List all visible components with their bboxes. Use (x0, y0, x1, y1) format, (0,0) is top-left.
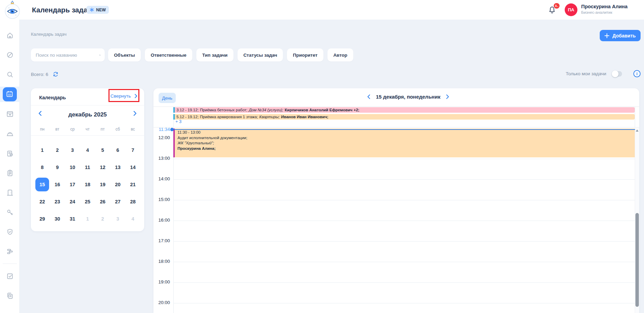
breadcrumb: Календарь задач (31, 32, 67, 37)
hour-gridline (173, 200, 635, 200)
refresh-icon[interactable] (53, 71, 59, 77)
filter-button-1[interactable]: Ответственные (145, 48, 192, 62)
date-cell[interactable]: 13 (111, 160, 125, 174)
date-cell[interactable]: 27 (111, 195, 125, 209)
show-more-events-link[interactable]: + 3 (175, 119, 182, 124)
sidebar-item-inspections[interactable] (3, 146, 17, 160)
sidebar-item-security[interactable] (3, 225, 17, 239)
prev-day-button[interactable] (367, 94, 370, 99)
collapse-button[interactable]: Свернуть (111, 93, 137, 99)
new-badge: NEW (87, 6, 109, 14)
app-root: { "header": { "title": "Календарь задач"… (0, 0, 644, 313)
info-icon[interactable]: i (633, 70, 641, 77)
sidebar-item-home[interactable] (3, 28, 17, 42)
date-cell-selected[interactable]: 15 (35, 178, 49, 191)
block-icon (6, 51, 14, 59)
hour-gridline (173, 159, 635, 159)
weekday-label: пн (35, 127, 50, 132)
next-day-button[interactable] (446, 94, 449, 99)
chevron-right-icon (135, 94, 137, 98)
hour-label: 15:00 (153, 197, 170, 202)
date-cell[interactable]: 20 (111, 178, 125, 191)
next-month-button[interactable] (133, 111, 137, 116)
search-input[interactable] (31, 53, 99, 58)
view-mode-day-button[interactable]: День (159, 93, 176, 103)
date-cell[interactable]: 17 (66, 178, 79, 191)
date-cell[interactable]: 4 (81, 143, 94, 157)
date-cell[interactable]: 2 (96, 212, 110, 226)
sidebar-item-keys[interactable] (3, 205, 17, 219)
date-cell[interactable]: 22 (35, 195, 49, 209)
date-cell[interactable]: 6 (111, 143, 125, 157)
sidebar-item-documents[interactable] (3, 166, 17, 180)
allday-event[interactable]: 3.12 - 19.12;Приёмка бетонных работ;Дом … (173, 107, 635, 113)
date-cell[interactable]: 8 (35, 160, 49, 174)
sidebar-item-tasks[interactable] (3, 269, 17, 283)
hour-label: 17:00 (153, 238, 170, 243)
sidebar (0, 20, 20, 313)
date-cell[interactable]: 26 (96, 195, 110, 209)
date-cell[interactable]: 24 (66, 195, 79, 209)
date-cell[interactable]: 4 (126, 212, 140, 226)
date-cell[interactable]: 23 (50, 195, 64, 209)
date-cell[interactable]: 31 (66, 212, 79, 226)
page-title: Календарь задач (32, 0, 91, 20)
sidebar-item-rooms[interactable] (3, 186, 17, 200)
total-count: Всего: 6 (31, 72, 48, 77)
date-cell[interactable]: 3 (111, 212, 125, 226)
mini-calendar-title: Календарь (39, 95, 66, 100)
date-cell[interactable]: 30 (50, 212, 64, 226)
add-button[interactable]: Добавить (600, 30, 641, 41)
sidebar-item-registry[interactable] (3, 289, 17, 303)
date-cell[interactable]: 14 (126, 160, 140, 174)
current-date-label: 15 декабря, понедельник (376, 94, 440, 100)
filter-button-5[interactable]: Автор (327, 48, 353, 62)
date-cell[interactable]: 9 (50, 160, 64, 174)
event-title: Приёмка бетонных работ; (200, 108, 248, 112)
avatar[interactable]: ПА (565, 3, 577, 16)
filter-button-4[interactable]: Приоритет (287, 48, 323, 62)
sidebar-item-construction[interactable] (3, 127, 17, 141)
date-cell[interactable]: 21 (126, 178, 140, 191)
date-cell[interactable]: 25 (81, 195, 94, 209)
date-cell[interactable]: 5 (96, 143, 110, 157)
door-icon (6, 189, 14, 197)
date-cell[interactable]: 12 (96, 160, 110, 174)
notifications-button[interactable]: 3.. (547, 5, 557, 14)
filter-button-0[interactable]: Объекты (108, 48, 141, 62)
date-cell[interactable]: 1 (35, 143, 49, 157)
date-cell[interactable]: 28 (126, 195, 140, 209)
sidebar-item-window[interactable] (3, 107, 17, 121)
notification-count-badge: 3.. (554, 3, 560, 9)
hour-label: 16:00 (153, 217, 170, 223)
weekday-label: вс (125, 127, 140, 132)
filter-button-3[interactable]: Статусы задач (238, 48, 283, 62)
allday-event[interactable]: 5.12 - 19.12;Приёмка армирования 1 этажа… (173, 114, 635, 120)
date-cell[interactable]: 3 (66, 143, 79, 157)
user-block[interactable]: Проскурина Алина Бизнес-аналитик (581, 4, 628, 14)
date-cell[interactable]: 1 (81, 212, 94, 226)
scrollbar-thumb[interactable] (635, 213, 639, 307)
copy-icon (6, 292, 14, 300)
date-cell[interactable]: 11 (81, 160, 94, 174)
filter-button-2[interactable]: Тип задачи (196, 48, 233, 62)
calendar-event[interactable]: 11:30 - 13:00 Аудит исполнительной докум… (173, 128, 635, 157)
date-cell[interactable]: 18 (81, 178, 94, 191)
only-my-tasks-toggle[interactable] (612, 71, 622, 77)
sidebar-item-processes[interactable] (3, 244, 17, 258)
date-cell[interactable]: 10 (66, 160, 79, 174)
date-cell[interactable]: 2 (50, 143, 64, 157)
shield-check-icon (6, 228, 14, 236)
sidebar-item-calendar[interactable] (3, 87, 17, 101)
checkbox-icon (6, 272, 14, 280)
scrollbar-up-arrow[interactable] (636, 130, 639, 132)
app-logo-icon (4, 0, 21, 20)
date-cell[interactable]: 16 (50, 178, 64, 191)
sidebar-item-blocked[interactable] (3, 48, 17, 62)
date-cell[interactable]: 29 (35, 212, 49, 226)
event-time: 11:30 - 13:00 (177, 130, 632, 135)
date-cell[interactable]: 7 (126, 143, 140, 157)
sidebar-item-search[interactable] (3, 67, 17, 81)
event-title: Приёмка армирования 1 этажа; (200, 115, 258, 119)
date-cell[interactable]: 19 (96, 178, 110, 191)
